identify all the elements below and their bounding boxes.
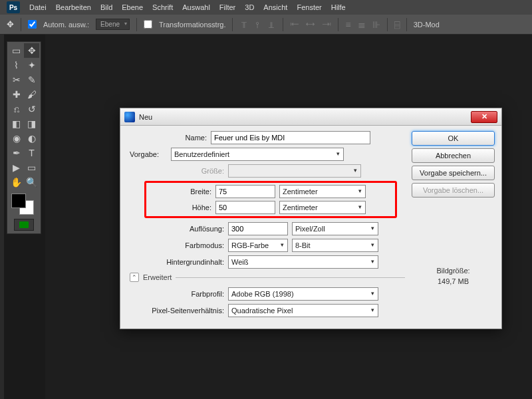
crop-tool[interactable]: ✂ xyxy=(9,72,24,87)
width-input[interactable] xyxy=(215,185,275,198)
menu-3d[interactable]: 3D xyxy=(245,3,254,11)
hand-tool[interactable]: ✋ xyxy=(9,175,24,190)
type-tool[interactable]: T xyxy=(24,146,39,160)
menu-window[interactable]: Fenster xyxy=(297,3,321,11)
transform-controls-label: Transformationsstrg. xyxy=(159,21,225,29)
app-logo: Ps xyxy=(7,1,20,13)
menu-bar: Ps Datei Bearbeiten Bild Ebene Schrift A… xyxy=(0,0,532,15)
align-bottom-icon[interactable]: ⫫ xyxy=(267,19,276,30)
menu-layer[interactable]: Ebene xyxy=(122,3,143,11)
preset-dropdown[interactable]: Benutzerdefiniert xyxy=(171,148,344,161)
transform-controls-checkbox[interactable] xyxy=(144,20,152,29)
align-top-icon[interactable]: ⫪ xyxy=(239,19,249,30)
new-document-dialog: Neu ✕ Name: Vorgabe: Benutzerdefiniert G… xyxy=(120,108,502,329)
size-dropdown xyxy=(228,164,361,178)
dialog-title: Neu xyxy=(139,113,471,121)
close-button[interactable]: ✕ xyxy=(471,111,497,123)
size-label: Größe: xyxy=(144,167,224,175)
width-unit-dropdown[interactable]: Zentimeter xyxy=(279,185,366,198)
dialog-icon xyxy=(124,112,135,122)
align-left-icon[interactable]: ⭰ xyxy=(290,19,299,30)
save-preset-button[interactable]: Vorgabe speichern... xyxy=(412,166,495,180)
path-select-tool[interactable]: ▶ xyxy=(9,160,24,175)
menu-filter[interactable]: Filter xyxy=(219,3,235,11)
dimensions-highlight: Breite: Zentimeter Höhe: Zentimeter xyxy=(144,181,397,218)
healing-tool[interactable]: ✚ xyxy=(9,87,24,102)
gradient-tool[interactable]: ◨ xyxy=(24,116,39,131)
menu-select[interactable]: Auswahl xyxy=(182,3,210,11)
color-swatches[interactable] xyxy=(9,192,39,215)
move-tool-icon: ✥ xyxy=(7,19,14,29)
menu-file[interactable]: Datei xyxy=(29,3,47,11)
align-right-icon[interactable]: ⭲ xyxy=(322,19,331,30)
advanced-label: Erweitert xyxy=(143,273,172,281)
eraser-tool[interactable]: ◧ xyxy=(9,116,24,131)
advanced-toggle[interactable]: ⌃ xyxy=(130,273,139,282)
magic-wand-tool[interactable]: ✦ xyxy=(24,58,39,72)
height-label: Höhe: xyxy=(149,203,211,211)
pixelar-label: Pixel-Seitenverhältnis: xyxy=(144,307,224,315)
colorprofile-dropdown[interactable]: Adobe RGB (1998) xyxy=(228,287,378,301)
cancel-button[interactable]: Abbrechen xyxy=(412,148,495,163)
quick-mask-toggle[interactable] xyxy=(14,219,34,231)
colorprofile-label: Farbprofil: xyxy=(144,290,224,298)
menu-view[interactable]: Ansicht xyxy=(263,3,287,11)
menu-image[interactable]: Bild xyxy=(100,3,112,11)
colormode-dropdown[interactable]: RGB-Farbe xyxy=(228,239,288,252)
stamp-tool[interactable]: ⎌ xyxy=(9,102,24,116)
align-vcenter-icon[interactable]: ⫯ xyxy=(255,19,260,30)
distribute-icon[interactable]: ≡ xyxy=(345,19,350,30)
colormode-label: Farbmodus: xyxy=(144,241,224,249)
delete-preset-button: Vorgabe löschen... xyxy=(412,183,495,198)
shape-tool[interactable]: ▭ xyxy=(24,160,39,175)
image-size-label: Bildgröße: xyxy=(412,267,495,275)
marquee-tool[interactable]: ▭ xyxy=(9,43,24,58)
zoom-tool[interactable]: 🔍 xyxy=(24,175,39,190)
distribute2-icon[interactable]: ≣ xyxy=(358,19,366,30)
menu-edit[interactable]: Bearbeiten xyxy=(56,3,91,11)
preset-label: Vorgabe: xyxy=(130,150,167,158)
brush-tool[interactable]: 🖌 xyxy=(24,87,39,102)
name-input[interactable] xyxy=(211,131,370,144)
lasso-tool[interactable]: ⌇ xyxy=(9,58,24,72)
width-label: Breite: xyxy=(149,188,211,196)
foreground-color-swatch[interactable] xyxy=(11,194,26,208)
bgcontent-dropdown[interactable]: Weiß xyxy=(228,255,378,269)
align-hcenter-icon[interactable]: ⭤ xyxy=(306,19,315,30)
dodge-tool[interactable]: ◐ xyxy=(24,131,39,146)
auto-select-target-dropdown[interactable]: Ebene xyxy=(96,19,130,30)
left-strip xyxy=(0,35,4,399)
menu-type[interactable]: Schrift xyxy=(152,3,173,11)
auto-select-checkbox[interactable] xyxy=(28,20,37,29)
height-input[interactable] xyxy=(215,201,275,214)
height-unit-dropdown[interactable]: Zentimeter xyxy=(279,201,366,214)
name-label: Name: xyxy=(127,134,207,142)
ok-button[interactable]: OK xyxy=(412,131,495,146)
eyedropper-tool[interactable]: ✎ xyxy=(24,72,39,87)
menu-help[interactable]: Hilfe xyxy=(331,3,346,11)
3d-mode-label: 3D-Mod xyxy=(414,21,440,29)
resolution-input[interactable] xyxy=(228,222,288,235)
blur-tool[interactable]: ◉ xyxy=(9,131,24,146)
3d-icon[interactable]: ⌸ xyxy=(394,19,400,30)
auto-select-label: Autom. ausw.: xyxy=(43,21,89,29)
bgcontent-label: Hintergrundinhalt: xyxy=(144,258,224,266)
image-size-value: 149,7 MB xyxy=(412,277,495,285)
dialog-titlebar[interactable]: Neu ✕ xyxy=(120,108,501,126)
resolution-unit-dropdown[interactable]: Pixel/Zoll xyxy=(292,222,378,235)
colordepth-dropdown[interactable]: 8-Bit xyxy=(292,239,378,252)
options-bar: ✥ Autom. ausw.: Ebene Transformationsstr… xyxy=(0,15,532,35)
pixelar-dropdown[interactable]: Quadratische Pixel xyxy=(228,304,378,317)
move-tool[interactable]: ✥ xyxy=(24,43,39,58)
pen-tool[interactable]: ✒ xyxy=(9,146,24,160)
history-brush-tool[interactable]: ↺ xyxy=(24,102,39,116)
toolbox: ▭ ✥ ⌇ ✦ ✂ ✎ ✚ 🖌 ⎌ ↺ ◧ ◨ ◉ ◐ ✒ T ▶ ▭ ✋ 🔍 xyxy=(7,41,41,234)
resolution-label: Auflösung: xyxy=(144,225,224,233)
distribute3-icon[interactable]: ⊪ xyxy=(372,19,380,30)
